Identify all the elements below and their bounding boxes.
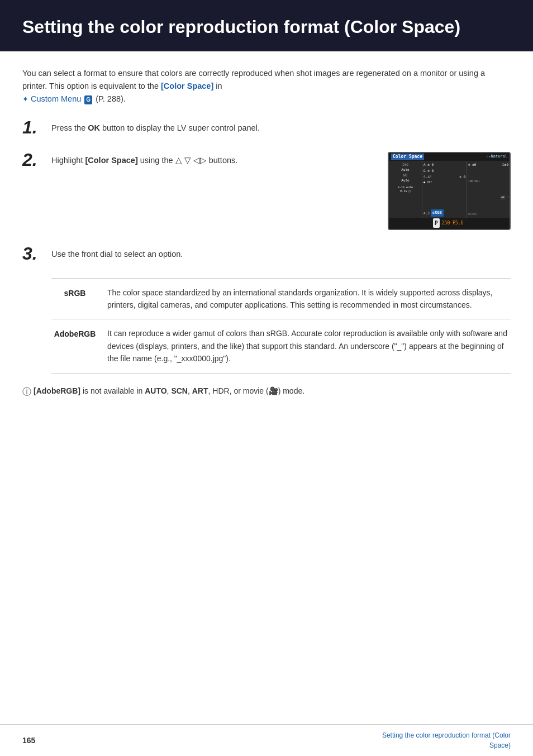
note-text-after: is not available in [83, 386, 145, 395]
step-1-bold: OK [88, 123, 100, 132]
title-section: Setting the color reproduction format (C… [0, 0, 533, 51]
lcd-wb-val: Auto [391, 178, 420, 183]
menu-g-badge: G [84, 95, 92, 104]
note-icon: ⓘ [22, 385, 31, 399]
intro-link-suffix: in [213, 82, 222, 90]
step-2-number: 2. [22, 151, 51, 169]
step-2-left: Highlight [Color Space] using the △ ▽ ◁▷… [51, 152, 378, 167]
note-text: [AdobeRGB] is not available in AUTO, SCN… [34, 385, 304, 397]
note-bold4: ART [192, 386, 208, 395]
lcd-wb-cell: WB Auto [391, 173, 420, 183]
lcd-g-row: G ± 0 [423, 168, 465, 173]
step-2-bold: [Color Space] [85, 156, 137, 165]
lcd-icon2: ①±0 [502, 162, 508, 167]
lcd-off-row: ● Off [423, 180, 465, 185]
lcd-natural-label: ☆₃Natural [486, 154, 507, 160]
step-1: 1. Press the OK button to display the LV… [22, 119, 511, 136]
lcd-iso-cell: ISO Auto [391, 162, 420, 172]
lcd-saf-row: S-AF ± 0 [423, 174, 465, 179]
note-section: ⓘ [AdobeRGB] is not available in AUTO, S… [22, 385, 511, 399]
lcd-sis-cell: S-IS Auto M-IS □ [391, 185, 420, 194]
custom-menu-link[interactable]: Custom Menu [31, 94, 81, 103]
page-ref: (P. 288). [96, 94, 126, 103]
lcd-iso-label: ISO [391, 162, 420, 167]
page-title: Setting the color reproduction format (C… [22, 16, 511, 38]
lcd-time: 02:03 [468, 212, 508, 217]
step-3: 3. Use the front dial to select an optio… [22, 246, 511, 262]
lcd-color-space-label: Color Space [391, 154, 424, 160]
step-1-text-before: Press the [51, 123, 88, 132]
lcd-ratio: 4:3 [423, 210, 430, 216]
footer-page-number: 165 [22, 735, 35, 747]
main-content: You can select a format to ensure that c… [0, 51, 533, 724]
intro-text-before: You can select a format to ensure that c… [22, 69, 485, 90]
srgb-description: The color space standardized by an inter… [107, 286, 511, 312]
step-2-row: 2. Highlight [Color Space] using the △ ▽… [22, 152, 511, 230]
lcd-right: ⊕ ±0 ①±0 ✓Normal 4K ⌒ 02:03 [467, 161, 510, 218]
lcd-bottom-bar: P 250 F5.6 [389, 218, 510, 229]
step-3-text: Use the front dial to select an option. [51, 250, 183, 259]
options-table: sRGB The color space standardized by an … [51, 278, 511, 374]
lcd-left: ISO Auto WB Auto S-IS Auto [389, 161, 422, 218]
note-bold2: AUTO [145, 386, 166, 395]
lcd-a-val: A ± 0 [423, 162, 434, 167]
steps-container: 1. Press the OK button to display the LV… [22, 119, 511, 262]
lcd-mis-val: M-IS □ [391, 189, 420, 194]
lcd-middle: A ± 0 G ± 0 S-AF ± 0 [422, 161, 467, 218]
lcd-pm-val: ± 0 [459, 174, 465, 179]
lcd-iso-val: Auto [391, 167, 420, 172]
option-row-adobergb: AdobeRGB It can reproduce a wider gamut … [51, 319, 511, 373]
lcd-sis-val: S-IS Auto [391, 185, 420, 190]
step-3-content: Use the front dial to select an option. [51, 246, 511, 261]
step-1-content: Press the OK button to display the LV su… [51, 119, 511, 135]
lcd-4k: 4K [500, 195, 506, 200]
note-text-final: ) mode. [278, 386, 304, 395]
lcd-normal: ✓Normal [468, 179, 508, 184]
lcd-exposure: 250 F5.6 [442, 220, 464, 227]
page-footer: 165 Setting the color reproduction forma… [0, 724, 533, 756]
step-2-text-before: Highlight [51, 156, 85, 165]
note-text-end: , HDR, or movie ( [208, 386, 269, 395]
step-1-number: 1. [22, 118, 51, 136]
note-movie-icon: 🎥 [269, 386, 278, 395]
lcd-wb-label: WB [391, 173, 420, 178]
lcd-p-mode: P [433, 218, 440, 228]
lcd-a-row: A ± 0 [423, 162, 465, 167]
lcd-top-bar: Color Space ☆₃Natural [389, 153, 510, 161]
camera-lcd: Color Space ☆₃Natural ISO Auto [388, 152, 511, 230]
step-2-content: Highlight [Color Space] using the △ ▽ ◁▷… [51, 152, 378, 167]
page-wrapper: Setting the color reproduction format (C… [0, 0, 533, 756]
footer-section-title: Setting the color reproduction format (C… [365, 730, 511, 750]
lcd-g-val: G ± 0 [423, 168, 434, 173]
lcd-saf-label: S-AF [423, 174, 431, 179]
note-bold: [AdobeRGB] [34, 386, 80, 395]
color-space-link[interactable]: [Color Space] [161, 82, 213, 90]
srgb-label: sRGB [51, 286, 107, 299]
note-bold3: SCN [171, 386, 188, 395]
lcd-off-val: ● Off [423, 180, 432, 185]
lcd-srgb-highlight: sRGB [431, 209, 444, 217]
step-3-number: 3. [22, 245, 51, 262]
note-sep3: , [188, 386, 192, 395]
lcd-icon1: ⊕ ±0 [468, 162, 476, 167]
step-2-image: Color Space ☆₃Natural ISO Auto [388, 152, 511, 230]
gear-icon: ✦ [22, 94, 28, 106]
adobergb-label: AdobeRGB [51, 327, 107, 340]
intro-paragraph: You can select a format to ensure that c… [22, 67, 511, 106]
lcd-body: ISO Auto WB Auto S-IS Auto [389, 161, 510, 218]
adobergb-description: It can reproduce a wider gamut of colors… [107, 327, 511, 365]
step-1-text-after: button to display the LV super control p… [100, 123, 260, 132]
step-2-text-after: using the △ ▽ ◁▷ buttons. [138, 156, 238, 165]
option-row-srgb: sRGB The color space standardized by an … [51, 279, 511, 320]
lcd-slash-icon: ⌒ [507, 195, 508, 200]
